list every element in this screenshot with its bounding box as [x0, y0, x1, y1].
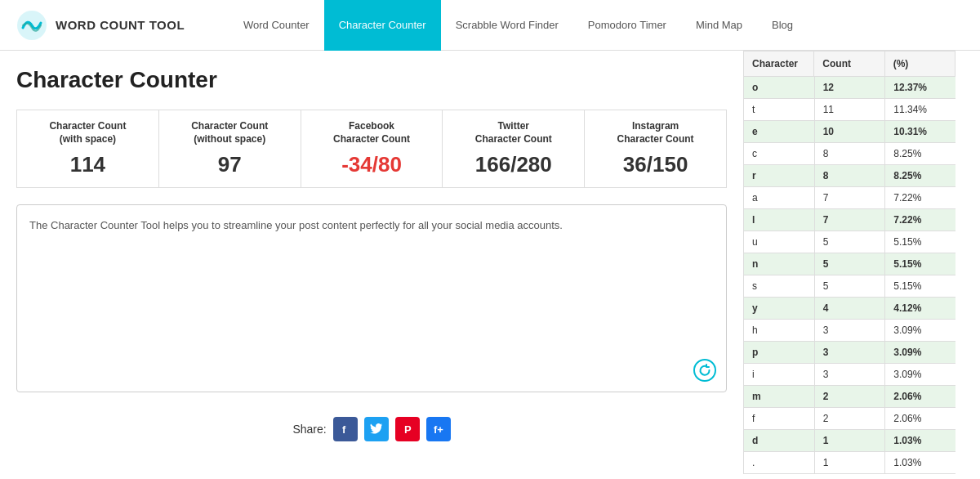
cell-pct: 2.06%	[885, 408, 956, 429]
cell-pct: 1.03%	[885, 430, 956, 451]
table-row: m 2 2.06%	[744, 386, 956, 408]
nav-scrabble[interactable]: Scrabble Word Finder	[441, 0, 573, 51]
pinterest-icon: P	[402, 423, 413, 435]
stat-char-without-space: Character Count(without space) 97	[159, 110, 301, 187]
cell-pct: 5.15%	[885, 275, 956, 297]
table-row: t 11 11.34%	[744, 99, 956, 121]
textarea-content: The Character Counter Tool helps you to …	[29, 217, 714, 234]
table-row: c 8 8.25%	[744, 143, 956, 165]
cell-char: s	[744, 275, 815, 297]
logo-area: WORD COUNT TOOL	[16, 10, 196, 41]
cell-pct: 1.03%	[885, 452, 956, 473]
cell-char: d	[744, 430, 815, 451]
stat-value-3: 166/280	[455, 152, 572, 177]
svg-text:f: f	[342, 423, 346, 435]
cell-count: 3	[815, 342, 886, 363]
cell-pct: 7.22%	[885, 187, 956, 208]
cell-char: a	[744, 187, 815, 208]
cell-char: y	[744, 298, 815, 319]
table-row: . 1 1.03%	[744, 452, 956, 474]
cell-pct: 12.37%	[885, 77, 956, 98]
cell-pct: 3.09%	[885, 320, 956, 341]
stat-char-with-space: Character Count(with space) 114	[17, 110, 159, 187]
col-header-pct: (%)	[885, 51, 956, 77]
cell-char: c	[744, 143, 815, 164]
content-area: Character Counter Character Count(with s…	[0, 51, 743, 474]
cell-char: l	[744, 209, 815, 231]
stat-label-0: Character Count(with space)	[29, 120, 146, 145]
cell-pct: 4.12%	[885, 298, 956, 319]
cell-char: .	[744, 452, 815, 473]
cell-char: t	[744, 99, 815, 120]
facebook-icon: f	[340, 423, 351, 435]
cell-count: 12	[815, 77, 886, 98]
table-row: l 7 7.22%	[744, 209, 956, 231]
logo-text: WORD COUNT TOOL	[56, 18, 185, 32]
nav-character-counter[interactable]: Character Counter	[324, 0, 441, 51]
cell-pct: 7.22%	[885, 209, 956, 231]
table-row: f 2 2.06%	[744, 408, 956, 430]
table-row: e 10 10.31%	[744, 121, 956, 143]
stat-label-1: Character Count(without space)	[172, 120, 288, 145]
svg-text:f+: f+	[434, 423, 443, 435]
cell-char: n	[744, 253, 815, 275]
cell-pct: 3.09%	[885, 364, 956, 385]
share-other-button[interactable]: f+	[426, 417, 451, 441]
share-pinterest-button[interactable]: P	[395, 417, 420, 441]
cell-count: 8	[815, 143, 886, 164]
main-nav: Word Counter Character Counter Scrabble …	[229, 0, 808, 51]
cell-char: p	[744, 342, 815, 363]
stat-value-2: -34/80	[314, 152, 430, 177]
refresh-button[interactable]	[693, 359, 716, 382]
cell-char: r	[744, 165, 815, 186]
cell-pct: 3.09%	[885, 342, 956, 363]
col-header-count: Count	[814, 51, 884, 77]
nav-word-counter[interactable]: Word Counter	[229, 0, 324, 51]
table-row: y 4 4.12%	[744, 298, 956, 320]
table-header: Character Count (%)	[744, 51, 956, 77]
table-row: a 7 7.22%	[744, 187, 956, 209]
cell-pct: 5.15%	[885, 253, 956, 275]
refresh-icon	[698, 364, 711, 377]
table-row: u 5 5.15%	[744, 231, 956, 253]
cell-pct: 11.34%	[885, 99, 956, 120]
cell-count: 5	[815, 275, 886, 297]
table-row: s 5 5.15%	[744, 275, 956, 298]
cell-count: 7	[815, 209, 886, 231]
cell-pct: 2.06%	[885, 386, 956, 407]
cell-pct: 8.25%	[885, 165, 956, 186]
share-other-icon: f+	[432, 423, 445, 435]
cell-count: 11	[815, 99, 886, 120]
nav-blog[interactable]: Blog	[757, 0, 808, 51]
cell-count: 2	[815, 408, 886, 429]
cell-char: h	[744, 320, 815, 341]
table-row: d 1 1.03%	[744, 430, 956, 452]
share-twitter-button[interactable]	[364, 417, 389, 441]
cell-count: 5	[815, 231, 886, 253]
cell-count: 8	[815, 165, 886, 186]
main-layout: Character Counter Character Count(with s…	[0, 51, 980, 474]
nav-mindmap[interactable]: Mind Map	[681, 0, 757, 51]
cell-pct: 8.25%	[885, 143, 956, 164]
cell-count: 1	[815, 430, 886, 451]
stat-twitter: TwitterCharacter Count 166/280	[443, 110, 585, 187]
table-row: o 12 12.37%	[744, 77, 956, 99]
stats-row: Character Count(with space) 114 Characte…	[16, 110, 727, 188]
cell-count: 10	[815, 121, 886, 142]
share-facebook-button[interactable]: f	[333, 417, 358, 441]
table-row: h 3 3.09%	[744, 320, 956, 342]
cell-pct: 10.31%	[885, 121, 956, 142]
stat-facebook: FacebookCharacter Count -34/80	[301, 110, 443, 187]
cell-char: i	[744, 364, 815, 385]
svg-text:P: P	[404, 423, 412, 435]
cell-char: o	[744, 77, 815, 98]
stat-label-2: FacebookCharacter Count	[314, 120, 430, 145]
stat-value-0: 114	[29, 152, 146, 177]
cell-char: e	[744, 121, 815, 142]
logo-icon	[16, 10, 47, 41]
textarea-area[interactable]: The Character Counter Tool helps you to …	[16, 204, 727, 392]
nav-pomodoro[interactable]: Pomodoro Timer	[573, 0, 681, 51]
cell-count: 3	[815, 320, 886, 341]
stat-label-3: TwitterCharacter Count	[455, 120, 572, 145]
share-row: Share: f P f+	[16, 409, 727, 441]
